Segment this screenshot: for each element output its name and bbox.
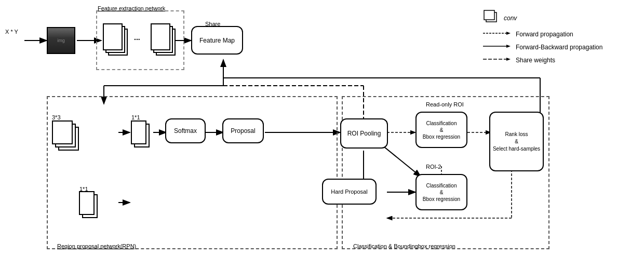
xy-label: X * Y: [5, 29, 18, 35]
one-by-one-top-label: 1*1: [131, 114, 140, 120]
cls-bbox-label: Classification & Boundingbox regression: [353, 243, 455, 249]
softmax-box: Softmax: [165, 118, 206, 143]
share-weights-label: Share weights: [516, 57, 555, 64]
legend-conv: conv: [483, 10, 628, 25]
legend-share-weights: Share weights: [483, 56, 628, 64]
feature-extraction-label: Feature extraction network: [98, 5, 165, 11]
forward-prop-icon: [483, 30, 512, 38]
legend-forward-prop: Forward propagation: [483, 30, 628, 38]
three-by-three-label: 3*3: [52, 114, 61, 120]
forward-backward-label: Forward-Backward propagation: [516, 44, 602, 51]
svg-marker-35: [506, 45, 511, 48]
conv-legend-icon: [483, 10, 500, 25]
rpn-label: Region proposal network(RPN): [57, 243, 136, 249]
proposal-box: Proposal: [222, 118, 264, 143]
legend: conv Forward propagation Forward-Backwar…: [483, 10, 628, 69]
forward-prop-label: Forward propagation: [516, 31, 573, 38]
share-weights-icon: [483, 56, 512, 64]
dots-separator: ···: [134, 35, 140, 44]
svg-rect-31: [484, 10, 494, 20]
svg-marker-33: [506, 32, 511, 35]
legend-forward-backward: Forward-Backward propagation: [483, 43, 628, 51]
classification-2-box: Classification&Bbox regression: [415, 174, 467, 210]
input-image: img: [47, 27, 75, 54]
conv-legend-label: conv: [504, 15, 517, 22]
read-only-roi-label: Read-only ROI: [426, 101, 464, 107]
diagram-container: X * Y H * W img Feature extraction netwo…: [0, 0, 644, 269]
feature-map-box: Feature Map: [191, 26, 243, 55]
rank-loss-box: Rank loss&Select hard-samples: [489, 112, 544, 171]
roi-pooling-box: ROI Pooling: [340, 118, 388, 149]
forward-backward-icon: [483, 43, 512, 51]
hard-proposal-box: Hard Proposal: [322, 179, 377, 205]
classification-1-box: Classification&Bbox regression: [415, 112, 467, 148]
svg-marker-37: [506, 58, 511, 61]
roi2-label: ROI-2: [426, 164, 441, 170]
